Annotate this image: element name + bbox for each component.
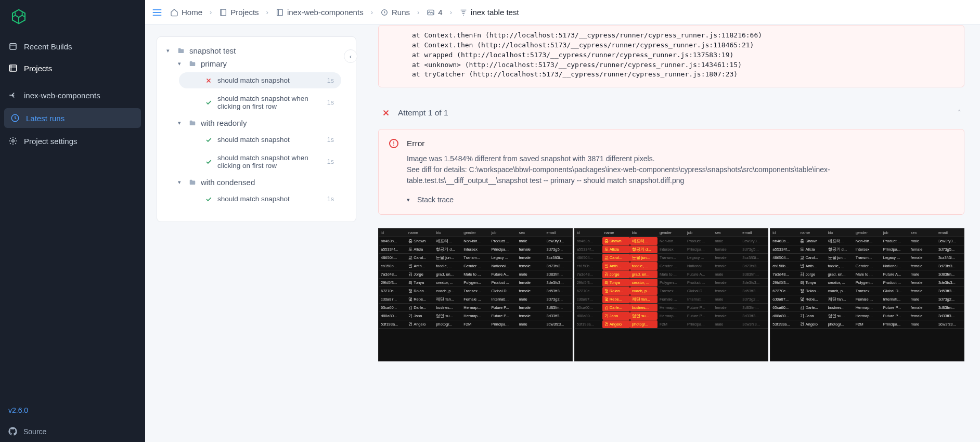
svg-rect-4: [221, 9, 226, 16]
crumb-label: Runs: [392, 8, 410, 17]
test-label: should match snapshot: [217, 76, 322, 84]
sidebar: Recent Builds Projects inex-web-componen…: [0, 0, 145, 442]
stack-line: at Context.thenFn (http://localhost:5173…: [404, 31, 939, 41]
group-label: primary: [201, 59, 227, 68]
version-label: v2.6.0: [8, 406, 137, 414]
svg-point-3: [12, 140, 15, 142]
test-duration: 1s: [327, 158, 334, 165]
stack-line: at tryCatcher (http://localhost:5173/__c…: [404, 70, 939, 80]
group-label: with condensed: [201, 178, 255, 187]
svg-rect-0: [10, 44, 16, 49]
nav-label: Recent Builds: [24, 42, 72, 51]
arrow-left-icon: [8, 90, 18, 100]
crumb-runs[interactable]: Runs: [380, 8, 410, 17]
chevron-down-icon: ▾: [178, 120, 184, 126]
attempt-label: Attempt 1 of 1: [398, 108, 950, 118]
error-icon: !: [389, 139, 398, 148]
test-duration: 1s: [327, 136, 334, 144]
chevron-down-icon: ▾: [178, 179, 184, 186]
chevron-right-icon: ›: [210, 8, 212, 16]
topbar: Home › Projects › inex-web-components › …: [145, 0, 980, 25]
main: Home › Projects › inex-web-components › …: [145, 0, 980, 442]
chevron-down-icon: ▾: [407, 197, 410, 203]
test-duration: 1s: [327, 196, 334, 203]
tree-group[interactable]: ▾ with readonly: [166, 116, 346, 129]
svg-rect-1: [9, 65, 17, 71]
diff-image-mid[interactable]: idnamebiogenderjobsexemailbb463b...홍 Sha…: [574, 228, 769, 361]
test-duration: 1s: [327, 77, 334, 84]
chevron-right-icon: ›: [450, 8, 452, 16]
collapse-tree-button[interactable]: ‹: [344, 49, 357, 63]
runs-icon: [10, 113, 20, 123]
tree-root[interactable]: ▾ snapshot test: [166, 44, 346, 57]
test-label: should match snapshot: [217, 136, 322, 144]
nav-label: inex-web-components: [24, 91, 100, 100]
runs-icon: [380, 8, 389, 17]
nav-label: Latest runs: [26, 114, 65, 123]
test-item[interactable]: should match snapshot1s: [179, 72, 341, 88]
error-box: ! Error Image was 1.5484% different from…: [378, 129, 964, 215]
projects-icon: [219, 8, 227, 17]
crumb-home[interactable]: Home: [170, 8, 202, 17]
check-icon: [205, 158, 212, 165]
chevron-right-icon: ›: [266, 8, 268, 16]
crumb-label: Projects: [230, 8, 259, 17]
logo: [0, 0, 145, 35]
crumb-test: inex table test: [459, 8, 519, 17]
test-item[interactable]: should match snapshot1s: [179, 191, 341, 207]
chevron-down-icon: ▾: [166, 47, 173, 54]
nav-label: Projects: [24, 64, 52, 73]
clock-icon: [8, 42, 18, 51]
stack-line: at wrapped (http://localhost:5173/__cypr…: [404, 50, 939, 60]
nav-project-settings[interactable]: Project settings: [0, 130, 145, 152]
stack-trace-label: Stack trace: [417, 196, 454, 204]
nav-label: Project settings: [24, 137, 78, 146]
test-item[interactable]: should match snapshot when clicking on f…: [179, 150, 341, 174]
diff-image-actual[interactable]: idnamebiogenderjobsexemailbb463b...홍 Sha…: [770, 228, 964, 361]
chevron-up-icon: ˄: [958, 109, 961, 117]
link-source[interactable]: Source: [8, 425, 137, 438]
app-logo-icon: [10, 8, 27, 25]
stack-trace-toggle[interactable]: ▾ Stack trace: [389, 186, 948, 205]
attempt-header[interactable]: Attempt 1 of 1 ˄: [378, 103, 964, 129]
filter-icon: [459, 8, 468, 17]
error-body: Image was 1.5484% different from saved s…: [389, 153, 948, 186]
crumb-project[interactable]: inex-web-components: [276, 8, 364, 17]
tree-group[interactable]: ▾ primary: [166, 57, 346, 70]
crumb-label: Home: [182, 8, 202, 17]
test-item[interactable]: should match snapshot1s: [179, 132, 341, 148]
gear-icon: [8, 136, 18, 146]
crumb-label: inex-web-components: [287, 8, 364, 17]
test-label: should match snapshot when clicking on f…: [217, 95, 322, 110]
stack-preview: at Context.thenFn (http://localhost:5173…: [378, 25, 964, 87]
nav-projects[interactable]: Projects: [0, 57, 145, 79]
folder-icon: [188, 60, 197, 68]
nav-latest-runs[interactable]: Latest runs: [4, 108, 141, 128]
image-icon: [427, 8, 435, 17]
group-label: with readonly: [201, 119, 247, 127]
tree-group[interactable]: ▾ with condensed: [166, 176, 346, 189]
crumb-label: inex table test: [471, 8, 519, 17]
folder-icon: [177, 47, 185, 55]
crumb-projects[interactable]: Projects: [219, 8, 259, 17]
svg-rect-5: [277, 9, 283, 16]
projects-icon: [8, 63, 18, 73]
nav-recent-builds[interactable]: Recent Builds: [0, 35, 145, 57]
stack-line: at Context.then (http://localhost:5173/_…: [404, 41, 939, 50]
test-item[interactable]: should match snapshot when clicking on f…: [179, 90, 341, 114]
x-icon: [381, 108, 391, 118]
project-icon: [276, 8, 284, 17]
test-label: should match snapshot: [217, 195, 322, 203]
menu-icon[interactable]: [151, 7, 163, 18]
link-label: Source: [23, 427, 46, 436]
group-label: snapshot test: [189, 46, 236, 55]
test-tree-panel: ‹ ▾ snapshot test ▾ primaryshould match …: [145, 25, 364, 442]
error-title: Error: [407, 139, 424, 148]
x-icon: [205, 77, 212, 84]
nav-back-project[interactable]: inex-web-components: [0, 84, 145, 106]
check-icon: [205, 196, 212, 203]
diff-image-expected[interactable]: idnamebiogenderjobsexemailbb463b...홍 Sha…: [378, 228, 573, 361]
test-detail-panel: at Context.thenFn (http://localhost:5173…: [364, 25, 980, 442]
test-duration: 1s: [327, 99, 334, 106]
crumb-run-num[interactable]: 4: [427, 8, 442, 17]
